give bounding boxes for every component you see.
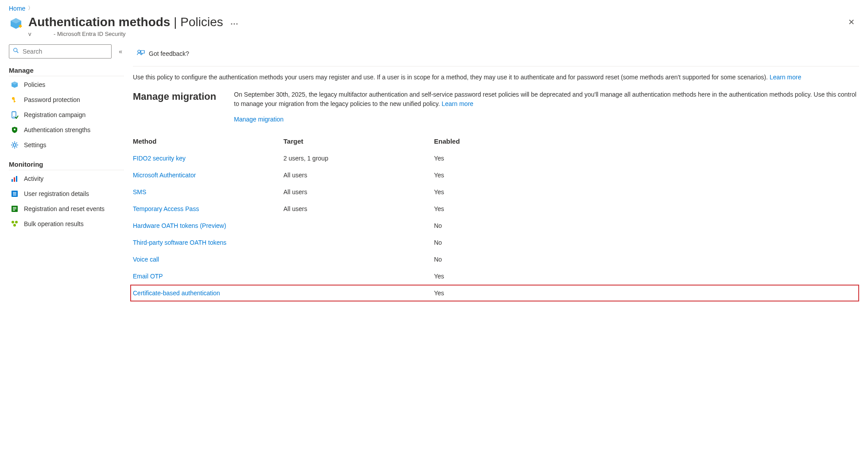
sidebar-item[interactable]: Password protection [9, 92, 124, 107]
search-input-wrapper[interactable] [9, 44, 112, 59]
search-input[interactable] [22, 47, 108, 55]
table-row: Third-party software OATH tokensNo [133, 234, 859, 251]
migration-learn-more-link[interactable]: Learn more [442, 100, 473, 107]
sidebar-item-label: Authentication strengths [24, 126, 90, 133]
col-enabled: Enabled [434, 137, 523, 145]
feedback-label: Got feedback? [149, 50, 189, 57]
method-link[interactable]: Hardware OATH tokens (Preview) [133, 222, 283, 229]
sidebar-item[interactable]: Registration campaign [9, 107, 124, 122]
method-link[interactable]: Temporary Access Pass [133, 205, 283, 212]
sidebar-item[interactable]: User registration details [9, 186, 124, 201]
sidebar-item[interactable]: Policies [9, 77, 124, 92]
svg-line-4 [17, 51, 19, 53]
method-link[interactable]: SMS [133, 188, 283, 196]
svg-rect-23 [14, 177, 15, 182]
svg-line-19 [16, 146, 17, 147]
gear-icon [11, 141, 19, 149]
migration-description: On September 30th, 2025, the legacy mult… [234, 91, 856, 107]
svg-point-35 [13, 224, 16, 227]
enabled-cell: Yes [434, 188, 523, 196]
auth-methods-icon [9, 16, 23, 31]
feedback-button[interactable]: Got feedback? [133, 47, 193, 61]
table-row: Hardware OATH tokens (Preview)No [133, 217, 859, 234]
breadcrumb: Home 〉 [9, 4, 859, 12]
enabled-cell: Yes [434, 205, 523, 212]
sidebar-item[interactable]: Authentication strengths [9, 122, 124, 137]
col-method: Method [133, 137, 283, 145]
learn-more-link[interactable]: Learn more [770, 74, 802, 81]
target-cell: All users [283, 188, 434, 196]
sidebar-group-title: Manage [9, 67, 124, 76]
table-row: Email OTPYes [133, 268, 859, 285]
svg-point-13 [13, 144, 16, 146]
table-row: FIDO2 security key2 users, 1 groupYes [133, 150, 859, 167]
method-link[interactable]: FIDO2 security key [133, 155, 283, 162]
page-subtitle: v - Microsoft Entra ID Security [28, 31, 242, 37]
method-link[interactable]: Microsoft Authenticator [133, 172, 283, 179]
chart-icon [11, 175, 19, 183]
sidebar-item-label: Settings [24, 141, 46, 149]
col-target: Target [283, 137, 434, 145]
svg-line-20 [12, 146, 13, 147]
svg-point-3 [14, 48, 17, 52]
policy-description: Use this policy to configure the authent… [133, 73, 859, 82]
enabled-cell: Yes [434, 155, 523, 162]
method-link[interactable]: Certificate-based authentication [133, 290, 283, 297]
svg-line-18 [12, 142, 13, 143]
table-row: Temporary Access PassAll usersYes [133, 200, 859, 217]
svg-point-36 [138, 50, 140, 53]
svg-point-12 [14, 129, 16, 130]
enabled-cell: No [434, 239, 523, 246]
events-icon [11, 205, 19, 213]
table-row: Certificate-based authenticationYes [130, 285, 859, 301]
sidebar-item[interactable]: Registration and reset events [9, 201, 124, 216]
close-button[interactable]: ✕ [844, 15, 859, 30]
sidebar: « ManagePoliciesPassword protectionRegis… [9, 44, 133, 301]
manage-migration-link[interactable]: Manage migration [234, 115, 283, 124]
sidebar-item[interactable]: Settings [9, 137, 124, 153]
sidebar-item-label: Password protection [24, 96, 80, 103]
sidebar-item[interactable]: Bulk operation results [9, 216, 124, 231]
campaign-icon [11, 111, 19, 119]
main-content: Got feedback? Use this policy to configu… [133, 44, 859, 301]
svg-point-33 [12, 221, 14, 223]
svg-point-34 [15, 221, 18, 223]
enabled-cell: Yes [434, 273, 523, 280]
svg-point-11 [14, 116, 15, 117]
policies-icon [11, 81, 19, 89]
target-cell: 2 users, 1 group [283, 155, 434, 162]
collapse-sidebar-button[interactable]: « [117, 46, 124, 57]
table-row: Voice callNo [133, 251, 859, 268]
sidebar-group-title: Monitoring [9, 160, 124, 170]
enabled-cell: No [434, 256, 523, 263]
key-icon [11, 96, 19, 104]
breadcrumb-home[interactable]: Home [9, 5, 25, 12]
svg-line-21 [16, 142, 17, 143]
svg-rect-24 [16, 176, 17, 182]
migration-heading: Manage migration [133, 90, 216, 124]
svg-rect-9 [14, 101, 16, 102]
sidebar-item-label: Registration campaign [24, 111, 85, 118]
table-row: Microsoft AuthenticatorAll usersYes [133, 167, 859, 184]
page-title: Authentication methods | Policies ⋯ [28, 15, 242, 30]
enabled-cell: No [434, 222, 523, 229]
sidebar-item-label: Bulk operation results [24, 220, 84, 227]
sidebar-item[interactable]: Activity [9, 171, 124, 186]
more-actions-button[interactable]: ⋯ [227, 17, 242, 30]
sidebar-item-label: Activity [24, 175, 43, 182]
bulk-icon [11, 220, 19, 228]
feedback-icon [136, 49, 145, 59]
method-link[interactable]: Email OTP [133, 273, 283, 280]
svg-rect-22 [12, 179, 13, 182]
chevron-right-icon: 〉 [28, 4, 33, 12]
method-link[interactable]: Third-party software OATH tokens [133, 239, 283, 246]
sidebar-item-label: Registration and reset events [24, 205, 105, 212]
table-row: SMSAll usersYes [133, 184, 859, 200]
target-cell: All users [283, 205, 434, 212]
method-link[interactable]: Voice call [133, 256, 283, 263]
methods-table: Method Target Enabled FIDO2 security key… [133, 133, 859, 301]
list-icon [11, 190, 19, 198]
enabled-cell: Yes [434, 290, 523, 297]
shield-icon [11, 126, 19, 134]
enabled-cell: Yes [434, 172, 523, 179]
